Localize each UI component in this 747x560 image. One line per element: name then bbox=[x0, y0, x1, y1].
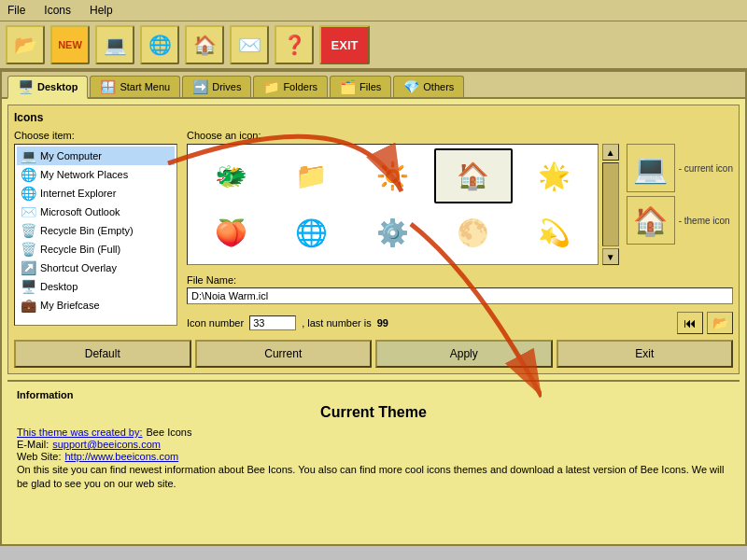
list-item-shortcut[interactable]: ↗️ Shortcut Overlay bbox=[17, 259, 175, 277]
list-item-outlook[interactable]: ✉️ Microsoft Outlook bbox=[17, 203, 175, 221]
icon-cell-5[interactable]: 🍑 bbox=[191, 205, 271, 260]
preview-theme: 🏠 - theme icon bbox=[627, 196, 733, 245]
info-website-row: Web Site: http://www.beeicons.com bbox=[17, 451, 730, 462]
list-item-recyclefull-label: Recycle Bin (Full) bbox=[40, 244, 120, 255]
current-button[interactable]: Current bbox=[195, 340, 373, 368]
new-btn[interactable]: NEW bbox=[50, 25, 90, 64]
icon-folder-btn[interactable]: 📂 bbox=[707, 312, 733, 334]
exit-button[interactable]: Exit bbox=[557, 340, 734, 368]
icon-num-label: Icon number bbox=[187, 317, 244, 329]
icon-cell-6[interactable]: 🌐 bbox=[273, 205, 352, 260]
preview-current-icon: 💻 bbox=[627, 144, 675, 192]
exit-btn[interactable]: EXIT bbox=[319, 25, 370, 64]
info-email-label: E-Mail: bbox=[17, 439, 49, 450]
tab-startmenu[interactable]: 🪟 Start Menu bbox=[90, 76, 180, 97]
tab-startmenu-label: Start Menu bbox=[120, 81, 170, 92]
tab-files-label: Files bbox=[359, 81, 381, 92]
icon-grid-scrollbar: ▲ ▼ bbox=[602, 144, 619, 265]
icon-cell-9[interactable]: 💫 bbox=[514, 205, 594, 260]
desktop-tab-icon: 🖥️ bbox=[18, 79, 34, 94]
tab-others-label: Others bbox=[423, 81, 454, 92]
tab-desktop-label: Desktop bbox=[37, 81, 78, 92]
briefcase-icon: 💼 bbox=[21, 298, 36, 313]
icon-number-input[interactable] bbox=[249, 315, 296, 330]
info-created-link[interactable]: This theme was created by: bbox=[17, 427, 143, 438]
icon-cell-2[interactable]: 🔆 bbox=[353, 148, 432, 203]
info-description: On this site you can find newest informa… bbox=[17, 463, 730, 492]
outlook-icon: ✉️ bbox=[21, 204, 36, 219]
file-name-input[interactable] bbox=[187, 287, 733, 304]
list-item-shortcut-label: Shortcut Overlay bbox=[40, 262, 117, 273]
icon-cell-3[interactable]: 🏠 bbox=[434, 148, 514, 203]
preview-current-label: - current icon bbox=[679, 163, 733, 174]
info-title: Information bbox=[17, 389, 730, 400]
networkplaces-icon: 🌐 bbox=[21, 167, 36, 182]
preview-theme-label: - theme icon bbox=[679, 216, 730, 226]
icon-cell-4[interactable]: 🌟 bbox=[514, 148, 594, 203]
computer-btn[interactable]: 💻 bbox=[95, 25, 134, 64]
info-website-link[interactable]: http://www.beeicons.com bbox=[65, 451, 179, 462]
info-email-link[interactable]: support@beeicons.com bbox=[52, 439, 161, 450]
tab-folders[interactable]: 📁 Folders bbox=[253, 76, 328, 97]
action-buttons: Default Current Apply Exit bbox=[14, 340, 733, 368]
list-item-mycomputer-label: My Computer bbox=[40, 150, 102, 161]
toolbar: 📂 NEW 💻 🌐 🏠 ✉️ ❓ EXIT bbox=[0, 21, 747, 70]
recyclefull-icon: 🗑️ bbox=[21, 242, 36, 257]
menu-help[interactable]: Help bbox=[86, 2, 117, 19]
icon-chooser-panel: Choose an icon: 🐲 📁 🔆 🏠 bbox=[187, 130, 733, 334]
icon-cell-0[interactable]: 🐲 bbox=[191, 148, 271, 203]
open-folder-btn[interactable]: 📂 bbox=[6, 25, 45, 64]
icon-first-btn[interactable]: ⏮ bbox=[677, 312, 703, 334]
apply-button[interactable]: Apply bbox=[375, 340, 553, 368]
content-area: Icons Choose item: 💻 My Computer 🌐 bbox=[2, 99, 745, 544]
home-btn[interactable]: 🏠 bbox=[185, 25, 224, 64]
menu-icons[interactable]: Icons bbox=[40, 2, 75, 19]
tab-drives[interactable]: ➡️ Drives bbox=[182, 76, 251, 97]
list-item-desktop-label: Desktop bbox=[40, 281, 78, 292]
preview-area: 💻 - current icon 🏠 - theme icon bbox=[627, 144, 733, 265]
icons-section: Icons Choose item: 💻 My Computer 🌐 bbox=[7, 105, 740, 374]
list-item-ie[interactable]: 🌐 Internet Explorer bbox=[17, 184, 175, 203]
list-item-briefcase[interactable]: 💼 My Briefcase bbox=[17, 296, 175, 315]
icon-cell-8[interactable]: 🌕 bbox=[434, 205, 514, 260]
scroll-down-btn[interactable]: ▼ bbox=[602, 248, 619, 265]
info-website-label: Web Site: bbox=[17, 451, 62, 462]
icon-chooser-area: 🐲 📁 🔆 🏠 🌟 🍑 🌐 ⚙️ 🌕 bbox=[187, 144, 733, 334]
list-item-desktop[interactable]: 🖥️ Desktop bbox=[17, 277, 175, 296]
email-btn[interactable]: ✉️ bbox=[230, 25, 269, 64]
list-item-recycleempty[interactable]: 🗑️ Recycle Bin (Empty) bbox=[17, 221, 175, 240]
list-item-recyclefull[interactable]: 🗑️ Recycle Bin (Full) bbox=[17, 240, 175, 259]
others-tab-icon: 💎 bbox=[403, 79, 419, 94]
main-window: 🖥️ Desktop 🪟 Start Menu ➡️ Drives 📁 Fold… bbox=[0, 70, 747, 546]
tab-folders-label: Folders bbox=[283, 81, 317, 92]
icon-cell-7[interactable]: ⚙️ bbox=[353, 205, 432, 260]
desktop-icon: 🖥️ bbox=[21, 279, 36, 294]
tab-desktop[interactable]: 🖥️ Desktop bbox=[7, 76, 88, 99]
scroll-track[interactable] bbox=[602, 162, 619, 246]
info-email-row: E-Mail: support@beeicons.com bbox=[17, 439, 730, 450]
item-list[interactable]: 💻 My Computer 🌐 My Network Places 🌐 Inte… bbox=[14, 144, 177, 326]
menu-file[interactable]: File bbox=[4, 2, 29, 19]
info-section: Information Current Theme This theme was… bbox=[7, 380, 740, 499]
icon-cell-1[interactable]: 📁 bbox=[273, 148, 352, 203]
section-title: Icons bbox=[14, 111, 733, 124]
help-btn[interactable]: ❓ bbox=[275, 25, 314, 64]
folders-tab-icon: 📁 bbox=[263, 79, 279, 94]
tab-drives-label: Drives bbox=[212, 81, 241, 92]
list-item-networkplaces[interactable]: 🌐 My Network Places bbox=[17, 165, 175, 184]
default-button[interactable]: Default bbox=[14, 340, 191, 368]
icon-num-last-label: , last number is bbox=[302, 317, 372, 329]
ie-icon: 🌐 bbox=[21, 186, 36, 201]
preview-theme-icon: 🏠 bbox=[627, 196, 675, 245]
info-created-value: Bee Icons bbox=[147, 427, 192, 438]
list-item-recycleempty-label: Recycle Bin (Empty) bbox=[40, 225, 134, 236]
web-btn[interactable]: 🌐 bbox=[140, 25, 179, 64]
tab-others[interactable]: 💎 Others bbox=[393, 76, 464, 97]
list-item-mycomputer[interactable]: 💻 My Computer bbox=[17, 147, 175, 165]
scroll-up-btn[interactable]: ▲ bbox=[602, 144, 619, 161]
icon-nav-btns: ⏮ 📂 bbox=[677, 312, 733, 334]
preview-current: 💻 - current icon bbox=[627, 144, 733, 192]
icon-grid: 🐲 📁 🔆 🏠 🌟 🍑 🌐 ⚙️ 🌕 bbox=[187, 144, 599, 265]
tab-files[interactable]: 🗂️ Files bbox=[330, 76, 391, 97]
recycleempty-icon: 🗑️ bbox=[21, 223, 36, 238]
